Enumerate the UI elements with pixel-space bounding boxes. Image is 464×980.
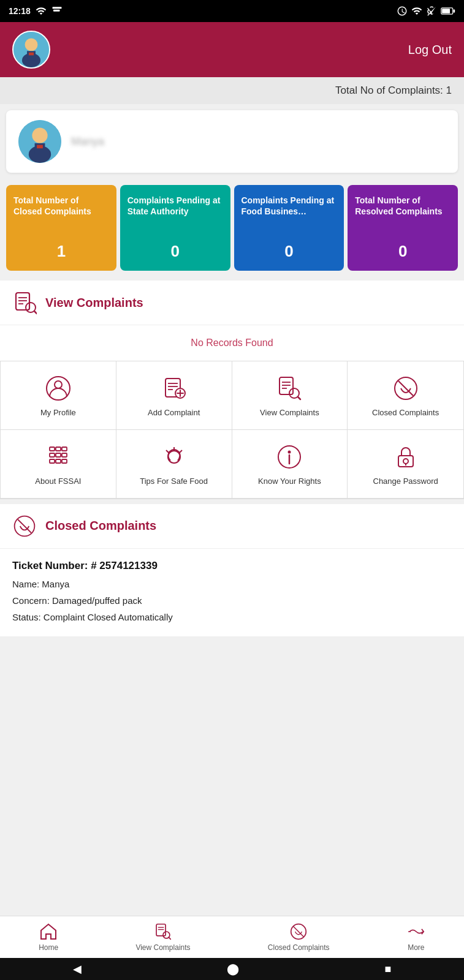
svg-point-6 (25, 38, 38, 51)
svg-rect-30 (280, 377, 293, 394)
bottom-nav: Home View Complaints Closed Complaints (0, 916, 464, 958)
svg-point-55 (403, 459, 408, 464)
profile-icon (45, 375, 72, 402)
closed-nav-icon (289, 922, 308, 941)
tips-icon (161, 443, 188, 470)
back-icon[interactable]: ◀ (73, 962, 82, 976)
no-records-text: No Records Found (0, 325, 464, 361)
nav-home[interactable]: Home (39, 922, 58, 952)
alarm-icon (397, 6, 408, 17)
svg-point-22 (55, 381, 62, 388)
app-header: Log Out (0, 22, 464, 77)
svg-rect-45 (56, 459, 61, 463)
svg-rect-8 (27, 51, 36, 60)
svg-point-47 (168, 451, 180, 463)
svg-rect-3 (442, 9, 450, 13)
status-time: 12:18 (9, 6, 31, 16)
svg-line-37 (398, 381, 413, 396)
status-left: 12:18 (9, 6, 63, 17)
svg-rect-13 (35, 143, 45, 154)
status-right (397, 6, 455, 17)
signal-x-icon (426, 6, 437, 17)
menu-item-change-password[interactable]: Change Password (348, 430, 463, 499)
menu-item-rights[interactable]: Know Your Rights (232, 430, 348, 499)
battery-icon (441, 7, 455, 15)
stat-state-value: 0 (127, 242, 223, 261)
svg-rect-42 (56, 453, 61, 457)
nav-closed-label: Closed Complaints (268, 943, 330, 952)
svg-rect-15 (16, 293, 29, 310)
menu-item-view-complaints[interactable]: View Complaints (232, 361, 348, 430)
menu-item-about-fssai[interactable]: About FSSAI (1, 430, 116, 499)
menu-item-add-complaint[interactable]: Add Complaint (116, 361, 232, 430)
wifi-icon-2 (411, 6, 422, 17)
user-card: Manya (6, 110, 458, 173)
nav-home-label: Home (39, 943, 58, 952)
stat-closed-value: 1 (13, 242, 109, 261)
svg-rect-1 (53, 10, 60, 12)
svg-rect-46 (62, 459, 67, 463)
user-name: Manya (71, 135, 104, 148)
closed-complaints-title: Closed Complaints (45, 519, 156, 533)
svg-rect-4 (454, 9, 455, 12)
view-complaints-section[interactable]: View Complaints (0, 281, 464, 325)
stat-closed-label: Total Number of Closed Complaints (13, 195, 109, 217)
svg-rect-40 (62, 447, 67, 451)
menu-item-closed-complaints[interactable]: Closed Complaints (348, 361, 463, 430)
view-complaints-menu-icon (276, 375, 303, 402)
stat-state[interactable]: Complaints Pending at State Authority 0 (120, 185, 230, 271)
svg-line-58 (18, 519, 31, 533)
home-circle-icon[interactable]: ⬤ (227, 962, 239, 976)
svg-rect-41 (50, 453, 55, 457)
menu-grid: My Profile Add Complaint (0, 361, 464, 499)
stat-closed[interactable]: Total Number of Closed Complaints 1 (6, 185, 116, 271)
stats-grid: Total Number of Closed Complaints 1 Comp… (0, 179, 464, 277)
svg-rect-44 (50, 459, 55, 463)
total-complaints-bar: Total No of Complaints: 1 (0, 77, 464, 104)
header-avatar (12, 31, 50, 69)
stat-food-biz-value: 0 (242, 242, 337, 261)
closed-complaints-header: Closed Complaints (0, 504, 464, 549)
stat-food-biz[interactable]: Complaints Pending at Food Busines… 0 (234, 185, 344, 271)
menu-item-tips[interactable]: Tips For Safe Food (116, 430, 232, 499)
status-bar: 12:18 (0, 0, 464, 22)
menu-label-view-complaints: View Complaints (260, 408, 319, 418)
nav-view-complaints-label: View Complaints (135, 943, 190, 952)
stat-food-biz-label: Complaints Pending at Food Busines… (242, 195, 337, 217)
total-complaints-text: Total No of Complaints: 1 (335, 85, 452, 96)
stat-state-label: Complaints Pending at State Authority (127, 195, 223, 217)
svg-line-65 (294, 927, 303, 937)
svg-line-35 (298, 397, 300, 399)
about-icon (45, 443, 72, 470)
nav-more[interactable]: More (407, 922, 425, 952)
recents-icon[interactable]: ■ (384, 963, 391, 976)
user-avatar (18, 120, 61, 163)
add-complaint-icon (161, 375, 188, 402)
complaint-ticket: Ticket Number: # 2574121339 (12, 560, 452, 572)
svg-rect-38 (50, 447, 55, 451)
svg-line-63 (169, 937, 170, 939)
svg-rect-0 (52, 7, 61, 9)
signal-icon (36, 6, 47, 17)
view-complaints-nav-icon (154, 922, 172, 941)
menu-label-tips: Tips For Safe Food (140, 477, 208, 487)
menu-label-change-password: Change Password (373, 477, 438, 487)
stat-resolved[interactable]: Total Number of Resolved Complaints 0 (348, 185, 458, 271)
android-nav-bar: ◀ ⬤ ■ (0, 958, 464, 980)
rights-icon (276, 443, 303, 470)
svg-rect-9 (29, 53, 34, 56)
password-icon (392, 443, 419, 470)
logout-button[interactable]: Log Out (408, 43, 452, 57)
nav-view-complaints[interactable]: View Complaints (135, 922, 190, 952)
home-icon (39, 922, 58, 941)
wifi-icon (51, 7, 63, 15)
svg-rect-39 (56, 447, 61, 451)
more-icon (407, 922, 425, 941)
closed-complaints-section: Closed Complaints Ticket Number: # 25741… (0, 504, 464, 637)
menu-label-add-complaint: Add Complaint (148, 408, 200, 418)
svg-rect-14 (37, 145, 43, 149)
nav-more-label: More (408, 943, 424, 952)
menu-item-my-profile[interactable]: My Profile (1, 361, 116, 430)
nav-closed-complaints[interactable]: Closed Complaints (268, 922, 330, 952)
complaint-card: Ticket Number: # 2574121339 Name: Manya … (0, 549, 464, 637)
